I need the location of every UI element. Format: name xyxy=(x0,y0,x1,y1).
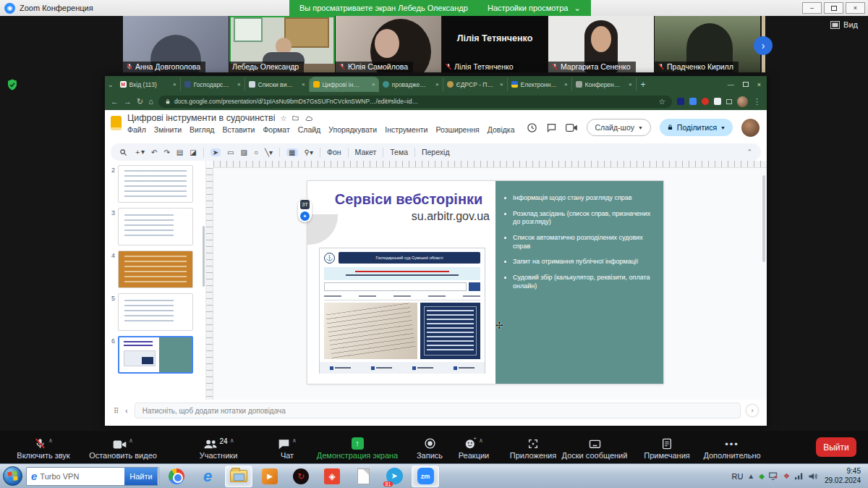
slide-thumbnail-row[interactable]: 2 xyxy=(105,165,205,203)
cloud-status-icon[interactable] xyxy=(305,115,313,122)
paint-format-icon[interactable]: ◪ xyxy=(190,148,196,156)
taskbar-ie-button[interactable]: e xyxy=(194,466,221,487)
browser-tab[interactable]: Господарс…× xyxy=(181,77,245,91)
chevron-up-icon[interactable]: ∧ xyxy=(479,437,483,444)
insert-shape-icon[interactable]: ○ xyxy=(254,148,258,156)
add-slide-button[interactable]: ＋▾ xyxy=(134,147,145,157)
extension-icon[interactable] xyxy=(689,98,697,105)
transition-button[interactable]: Перехід xyxy=(422,148,450,156)
tab-close-icon[interactable]: × xyxy=(302,81,305,88)
browser-tab[interactable]: Списки ви…× xyxy=(245,77,310,91)
browser-tab[interactable]: ЄДРСР - П…× xyxy=(443,77,508,91)
participant-tile[interactable]: Маргарита Сененко xyxy=(548,16,654,72)
tab-close-icon[interactable]: × xyxy=(500,81,503,88)
drag-handle-icon[interactable]: ⠿ xyxy=(114,407,119,415)
participant-tile[interactable]: Лілія Тетянченко Лілія Тетянченко xyxy=(442,16,548,72)
chevron-up-icon[interactable]: ∧ xyxy=(230,437,234,444)
menu-format[interactable]: Формат xyxy=(263,125,289,134)
slide-thumbnail-row[interactable]: 3 xyxy=(105,208,205,245)
google-slides-logo[interactable] xyxy=(111,116,122,130)
taskbar-explorer-button[interactable] xyxy=(225,466,252,487)
close-button[interactable]: × xyxy=(846,2,865,14)
layout-button[interactable]: Макет xyxy=(355,148,377,156)
next-participants-button[interactable]: › xyxy=(754,36,773,55)
collapse-menus-icon[interactable]: ⌃ xyxy=(746,148,752,156)
back-icon[interactable]: ← xyxy=(111,97,119,106)
taskbar-search-box[interactable]: e Turbo VPN Найти xyxy=(26,467,159,486)
participant-tile[interactable]: Прадченко Кирилл xyxy=(655,16,760,72)
tray-antivirus-icon[interactable]: ◆ xyxy=(759,472,765,480)
comments-icon[interactable] xyxy=(546,122,557,133)
tab-close-icon[interactable]: × xyxy=(173,81,176,88)
laser-pointer-icon[interactable]: ⚲▾ xyxy=(305,148,313,156)
chevron-left-icon[interactable]: ‹ xyxy=(125,407,128,415)
slide-thumbnail-selected[interactable] xyxy=(118,336,193,374)
extension-icon[interactable] xyxy=(677,98,684,105)
home-icon[interactable]: ⌂ xyxy=(148,97,153,106)
tab-close-icon[interactable]: × xyxy=(435,81,439,88)
tray-network-error-icon[interactable]: x xyxy=(769,472,779,481)
share-button[interactable]: Поділитися ▼ xyxy=(660,119,733,136)
document-title[interactable]: Цифрові інструменти в судочинстві xyxy=(127,113,275,123)
meet-camera-icon[interactable] xyxy=(566,123,578,132)
chevron-up-icon[interactable]: ∧ xyxy=(292,437,297,444)
menu-insert[interactable]: Вставити xyxy=(222,125,255,134)
new-tab-button[interactable]: + xyxy=(641,80,646,90)
url-field[interactable]: docs.google.com/presentation/d/1pIAsNu9b… xyxy=(158,96,672,108)
leave-meeting-button[interactable]: Выйти xyxy=(816,437,856,457)
print-icon[interactable]: ▤ xyxy=(176,148,183,156)
chevron-up-icon[interactable]: ∧ xyxy=(48,437,53,444)
comment-tool-icon[interactable]: ▦ xyxy=(286,148,297,156)
slide-thumbnail[interactable] xyxy=(118,165,193,203)
menu-edit[interactable]: Змінити xyxy=(154,125,182,134)
minimize-button[interactable]: – xyxy=(802,2,822,14)
find-button[interactable]: Найти xyxy=(124,468,158,485)
account-avatar[interactable] xyxy=(741,119,760,137)
menu-tools[interactable]: Інструменти xyxy=(385,125,427,134)
filmstrip-scrollbar[interactable] xyxy=(203,226,205,287)
tab-close-icon[interactable]: × xyxy=(372,81,375,88)
undo-icon[interactable]: ↶ xyxy=(151,148,157,156)
view-layout-button[interactable]: Вид xyxy=(830,20,858,29)
taskbar-darkapp-button[interactable]: ↻ xyxy=(287,466,315,487)
menu-slide[interactable]: Слайд xyxy=(298,125,321,134)
participant-tile[interactable]: Анна Довгополова xyxy=(123,16,229,72)
search-zoom-icon[interactable] xyxy=(119,148,127,156)
extension-icon[interactable] xyxy=(702,98,709,105)
start-button[interactable] xyxy=(3,466,22,486)
taskbar-clock[interactable]: 9:45 29.02.2024 xyxy=(825,467,861,485)
star-icon[interactable]: ☆ xyxy=(280,114,286,122)
background-button[interactable]: Фон xyxy=(327,148,341,156)
browser-tab[interactable]: Електронн…× xyxy=(508,77,572,91)
tab-close-icon[interactable]: × xyxy=(564,81,568,88)
taskbar-telegram-button[interactable]: ➤ 81 xyxy=(380,466,408,487)
theme-button[interactable]: Тема xyxy=(390,148,408,156)
menu-file[interactable]: Файл xyxy=(127,125,146,134)
unmute-button[interactable]: ∧ Включить звук xyxy=(0,433,87,462)
tray-app-icon[interactable]: ❖ xyxy=(783,472,790,480)
slide-thumbnail[interactable] xyxy=(118,293,193,331)
speaker-notes-input[interactable]: Натисніть, щоб додати нотатки доповідача xyxy=(135,403,741,418)
restore-button[interactable] xyxy=(824,2,843,14)
browser-tab[interactable]: провадже…× xyxy=(379,77,443,91)
browser-minimize-button[interactable]: — xyxy=(728,81,734,88)
insert-line-icon[interactable]: ╲▾ xyxy=(265,148,273,156)
view-settings-button[interactable]: Настройки просмотра ⌄ xyxy=(477,0,591,16)
language-indicator[interactable]: RU xyxy=(731,472,743,481)
taskbar-document-button[interactable] xyxy=(349,466,377,487)
browser-close-button[interactable]: × xyxy=(757,81,761,88)
browser-tab[interactable]: Конферен…× xyxy=(572,77,637,91)
browser-tab-active[interactable]: Цифрові ін…× xyxy=(310,77,379,92)
notes-expand-button[interactable]: › xyxy=(746,405,758,416)
stop-video-button[interactable]: ∧ Остановить видео xyxy=(76,433,170,462)
browser-menu-icon[interactable]: ⋮ xyxy=(753,97,761,106)
tray-signal-icon[interactable] xyxy=(794,472,804,480)
taskbar-redapp-button[interactable]: ◈ xyxy=(318,466,346,487)
browser-restore-button[interactable] xyxy=(743,82,749,87)
tab-close-icon[interactable]: × xyxy=(629,81,632,88)
browser-profile-avatar[interactable] xyxy=(737,96,748,107)
canvas-scrollbar[interactable] xyxy=(762,175,765,262)
extension-icon[interactable] xyxy=(714,98,721,105)
tab-close-icon[interactable]: × xyxy=(237,81,241,88)
text-box-icon[interactable]: ▭ xyxy=(227,148,234,156)
